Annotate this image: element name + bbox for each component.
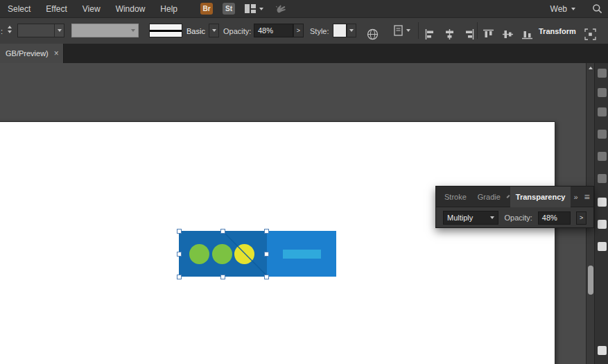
separator	[418, 22, 419, 39]
arrange-documents-button[interactable]	[245, 0, 263, 18]
tab-gradient[interactable]: Gradie	[472, 187, 506, 207]
menu-help[interactable]: Help	[153, 0, 185, 18]
panel-opacity-label[interactable]: Opacity:	[504, 214, 532, 222]
chevron-down-icon	[406, 29, 410, 32]
opacity-expand-button[interactable]: >	[293, 24, 304, 37]
panel-dock-icon[interactable]	[598, 346, 607, 355]
search-icon[interactable]	[592, 0, 602, 18]
panel-dock-icon[interactable]	[598, 152, 607, 161]
stepper-down-icon[interactable]	[8, 31, 12, 33]
document-setup-button[interactable]	[394, 25, 410, 36]
disabled-select	[71, 24, 139, 37]
selection-handle-top-left[interactable]	[177, 229, 182, 234]
align-left-icon[interactable]	[424, 25, 436, 43]
selection-handle-top-right[interactable]	[264, 229, 269, 234]
chevron-down-icon	[212, 29, 216, 32]
selection-handle-mid-left[interactable]	[177, 252, 182, 257]
tab-transparency[interactable]: Transparency	[510, 187, 571, 207]
chevron-down-icon	[571, 8, 575, 10]
scrollbar-thumb[interactable]	[588, 266, 593, 295]
close-icon[interactable]: ×	[54, 49, 59, 58]
tab-stroke[interactable]: Stroke	[436, 187, 472, 207]
menu-window[interactable]: Window	[108, 0, 153, 18]
truncated-label: :	[1, 24, 3, 38]
globe-icon[interactable]	[367, 25, 379, 43]
workspace-switcher[interactable]: Web	[550, 4, 575, 14]
brush-select-button[interactable]	[209, 24, 219, 37]
align-top-icon[interactable]	[483, 25, 494, 43]
selection-handle-bottom-left[interactable]	[177, 275, 182, 279]
transparency-panel: Stroke Gradie Transparency » ≡ Multiply …	[435, 186, 594, 228]
panel-dock-icon[interactable]	[598, 130, 607, 139]
transparency-panel-tabs: Stroke Gradie Transparency » ≡	[436, 187, 593, 207]
tab-divider-icon	[506, 195, 510, 198]
document-tab-bar: GB/Preview) ×	[0, 44, 608, 63]
style-label: Style:	[310, 24, 329, 38]
menu-view[interactable]: View	[75, 0, 108, 18]
gesture-hand-icon	[275, 0, 288, 18]
panel-dock-icon[interactable]	[598, 242, 607, 251]
selection-handle-mid-right[interactable]	[264, 252, 269, 257]
transform-panel-link[interactable]: Transform	[539, 24, 576, 38]
chevron-down-icon	[490, 216, 494, 219]
value-stepper[interactable]	[8, 26, 12, 33]
selection-handle-bottom-center[interactable]	[220, 275, 225, 279]
graphic-style-select-button[interactable]	[347, 24, 356, 37]
menu-effect[interactable]: Effect	[38, 0, 74, 18]
align-center-icon[interactable]	[444, 25, 455, 43]
chevron-down-icon	[259, 8, 263, 10]
bridge-button[interactable]: Br	[200, 3, 213, 15]
brush-stroke-preview[interactable]	[149, 24, 182, 37]
selection-handle-bottom-right[interactable]	[264, 275, 269, 279]
chevron-down-icon	[349, 29, 354, 32]
stroke-sample	[150, 30, 182, 32]
document-tab[interactable]: GB/Preview) ×	[0, 44, 64, 63]
chevron-down-icon	[58, 29, 62, 32]
blend-mode-select[interactable]: Multiply	[443, 211, 498, 225]
selection-handle-top-center[interactable]	[220, 229, 225, 234]
stepper-up-icon[interactable]	[8, 26, 12, 28]
panel-dock-icon[interactable]	[598, 69, 607, 78]
brush-name-label: Basic	[186, 24, 205, 38]
document-tab-title: GB/Preview)	[6, 49, 49, 58]
align-bottom-icon[interactable]	[521, 25, 533, 43]
panel-dock-icon[interactable]	[598, 88, 607, 97]
panel-opacity-expand-button[interactable]: >	[576, 211, 587, 225]
free-transform-icon[interactable]	[584, 25, 596, 43]
workspace-label: Web	[550, 4, 567, 14]
graphic-style-swatch[interactable]	[333, 24, 347, 37]
opacity-label[interactable]: Opacity:	[223, 24, 251, 38]
blend-mode-value: Multiply	[447, 214, 473, 222]
panel-dock-icon[interactable]	[598, 198, 607, 207]
panel-dock-icon[interactable]	[598, 107, 607, 116]
document-layout-icon	[245, 0, 256, 18]
document-icon	[394, 25, 403, 36]
scroll-up-icon[interactable]	[589, 67, 593, 69]
menu-bar: Select Effect View Window Help Br St Web	[0, 0, 608, 18]
menu-select[interactable]: Select	[0, 0, 38, 18]
variable-width-profile-select[interactable]	[17, 24, 64, 37]
diagonal-path-edge	[179, 231, 337, 277]
panel-dock	[594, 63, 608, 364]
stock-button[interactable]: St	[223, 3, 235, 15]
opacity-input[interactable]: 48%	[254, 24, 293, 37]
align-right-icon[interactable]	[463, 25, 475, 43]
control-bar: : Basic Opacity: 48% > Style:	[0, 18, 608, 44]
panel-dock-icon[interactable]	[598, 174, 607, 183]
panel-dock-icon[interactable]	[598, 220, 607, 229]
panel-menu-icon[interactable]: ≡	[582, 191, 596, 202]
align-middle-icon[interactable]	[502, 25, 514, 43]
chevron-down-icon	[131, 29, 135, 32]
panel-collapse-button[interactable]: »	[571, 193, 581, 201]
separator	[477, 22, 478, 39]
illustrator-window: Select Effect View Window Help Br St Web	[0, 0, 608, 364]
transparency-panel-body: Multiply Opacity: 48% >	[436, 207, 593, 228]
panel-opacity-input[interactable]: 48%	[538, 211, 571, 225]
